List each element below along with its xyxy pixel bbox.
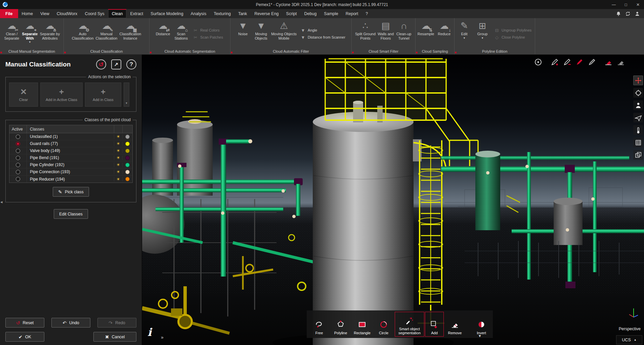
ribbon-angle-button[interactable]: ▼ Angle [300,28,345,33]
redo-button[interactable]: ↷ Redo [97,318,136,328]
dropdown-caret-icon[interactable]: ▾ [464,37,465,40]
menu-tab-surface-modeling[interactable]: Surface Modeling [147,9,187,18]
tool-rectangle[interactable]: Rectangle [352,312,373,337]
ribbon-auto-classification-button[interactable]: ☁⚙ Auto Classification [71,19,95,48]
ribbon-close-polyline-button[interactable]: ◇ Close Polyline [494,35,531,40]
ribbon-edit-button[interactable]: ✎ Edit ▾ [455,19,473,48]
menu-tab-home[interactable]: Home [18,9,37,18]
ribbon-distance-from-scanner-button[interactable]: ▼ Distance from Scanner [300,35,345,40]
help-icon[interactable]: ? [126,59,136,69]
ucs-selector[interactable]: UCS ▲ [616,335,642,344]
class-active-radio[interactable] [16,156,20,160]
clear-selection-button[interactable]: ✕ Clear [9,83,38,107]
menu-tab-clean[interactable]: Clean [108,9,127,18]
ribbon-real-colors-button[interactable]: ✂ Real Colors [193,28,223,33]
class-active-radio[interactable] [16,135,20,139]
tool-polyline[interactable]: Polyline [330,312,351,337]
class-row-pipe-reducer[interactable]: Pipe Reducer (194) ☀ [9,176,132,183]
ribbon-scan-stations-button[interactable]: ☁⌂ Scan Stations [172,19,190,48]
ribbon-moving-objects-mobile-button[interactable]: ⚠ Moving Objects Mobile [270,19,298,48]
ribbon-walls-and-floors-button[interactable]: ▤ Walls and Floors [377,19,395,48]
tool-circle[interactable]: Circle [373,312,394,337]
close-button[interactable]: ✕ [632,0,644,9]
class-visibility-icon[interactable]: ☀ [117,162,120,167]
minimize-button[interactable]: — [608,0,620,9]
class-active-radio[interactable] [16,142,20,146]
fly-mode-icon[interactable] [633,113,643,122]
orbit-tool-icon[interactable] [633,76,643,85]
zoom-fit-icon[interactable] [633,88,643,98]
tool-invert[interactable]: Invert [472,312,491,337]
hide-selection-icon[interactable] [604,57,613,67]
menu-tab-reverse-eng[interactable]: Reverse Eng [251,9,282,18]
class-row-guard-rails[interactable]: Guard rails (77) ☀ [9,140,132,147]
ribbon-resample-button[interactable]: ☁⇅ Resample [417,19,435,48]
class-active-radio[interactable] [16,177,20,181]
class-color-swatch[interactable] [125,156,130,160]
class-color-swatch[interactable] [125,142,130,146]
class-active-radio[interactable] [16,170,20,174]
undo-button[interactable]: ↶ Undo [51,318,90,328]
ribbon-separate-by-attributes-button[interactable]: ☁⋔ Separate by Attributes [39,19,61,48]
class-color-swatch[interactable] [125,149,130,153]
menu-tab-coord-sys[interactable]: Coord Sys [81,9,108,18]
pick-class-button[interactable]: ✎ Pick class [53,187,89,197]
class-active-radio[interactable] [16,163,20,167]
point-cloud-scene[interactable] [142,55,644,345]
ribbon-reduce-button[interactable]: ☁↓ Reduce [435,19,453,48]
class-row-pipe-cylinder[interactable]: Pipe Cylinder (192) ☀ [9,161,132,168]
ribbon-moving-objects-button[interactable]: ▼ Moving Objects [252,19,270,48]
history-icon[interactable]: ↺ [96,59,106,69]
view-center-icon[interactable] [533,57,543,67]
class-row-pipe-bend[interactable]: Pipe Bend (191) ☀ [9,154,132,161]
dropdown-caret-icon[interactable]: ▾ [29,41,31,44]
tool-free[interactable]: Free [309,312,330,337]
menu-tab-analysis[interactable]: Analysis [187,9,210,18]
paint-deselect-icon[interactable] [587,57,597,67]
menu-tab-help[interactable]: ? [362,9,372,18]
edit-classes-button[interactable]: Edit Classes [54,209,88,219]
tool-remove[interactable]: Remove [444,312,465,337]
class-visibility-icon[interactable]: ☀ [117,169,120,174]
ribbon-clean-separate-button[interactable]: ☁✂ Clean / Separate [3,19,21,48]
ribbon-noise-button[interactable]: ▼ Noise [234,19,252,48]
menu-tab-cloudworx[interactable]: CloudWorx [53,9,81,18]
class-color-swatch[interactable] [125,170,130,174]
menu-tab-texturing[interactable]: Texturing [210,9,234,18]
class-visibility-icon[interactable]: ☀ [117,141,120,146]
ok-button[interactable]: ✔ OK [5,332,44,342]
class-visibility-icon[interactable]: ☀ [117,134,120,139]
tool-smart-object-segmentation[interactable]: Smart object segmentation [395,312,424,337]
menu-tab-file[interactable]: File [0,9,18,18]
pen-select-remove-icon[interactable] [562,57,572,67]
class-visibility-icon[interactable]: ☀ [117,177,120,182]
menu-tab-script[interactable]: Script [283,9,301,18]
menu-tab-report[interactable]: Report [342,9,362,18]
class-color-swatch[interactable] [125,163,130,167]
ribbon-separate-with-button[interactable]: ☁⌖ Separate With ▾ [21,19,39,48]
export-icon[interactable]: ↗ [111,59,121,69]
add-in-active-class-button[interactable]: + Add in Active Class [40,83,83,107]
viewport-3d[interactable]: Free Polyline Rectangle Circle Smart obj… [142,55,644,345]
menu-tab-extract[interactable]: Extract [126,9,147,18]
class-row-unclassified[interactable]: Unclassified (1) ☀ [9,133,132,140]
notifications-bell-icon[interactable] [616,11,621,16]
ribbon-classification-instance-button[interactable]: ☁▦ Classification Instance [118,19,142,48]
add-in-class-button[interactable]: + Add in Class [85,83,121,107]
class-active-radio[interactable] [16,149,20,153]
class-color-swatch[interactable] [125,177,130,181]
paint-select-icon[interactable] [575,57,584,67]
reset-button[interactable]: ↺ Reset [5,318,44,328]
info-expand-icon[interactable]: » [161,335,164,340]
ribbon-group-button[interactable]: ⊞ Group ▾ [473,19,491,48]
cancel-button[interactable]: ✖ Cancel [93,332,136,342]
menu-tab-debug[interactable]: Debug [301,9,320,18]
avatar-view-icon[interactable] [633,100,643,110]
maximize-button[interactable]: □ [620,0,632,9]
ribbon-clean-up-tunnel-button[interactable]: ∩ Clean-up Tunnel [395,19,413,48]
tool-add[interactable]: Add [425,312,444,337]
class-visibility-icon[interactable]: ☀ [117,148,120,153]
sync-icon[interactable] [625,11,631,16]
panel-collapse-arrow-icon[interactable]: ◂ [0,199,3,204]
ribbon-split-ground-points-button[interactable]: ∴ Split Ground Points [354,19,377,48]
